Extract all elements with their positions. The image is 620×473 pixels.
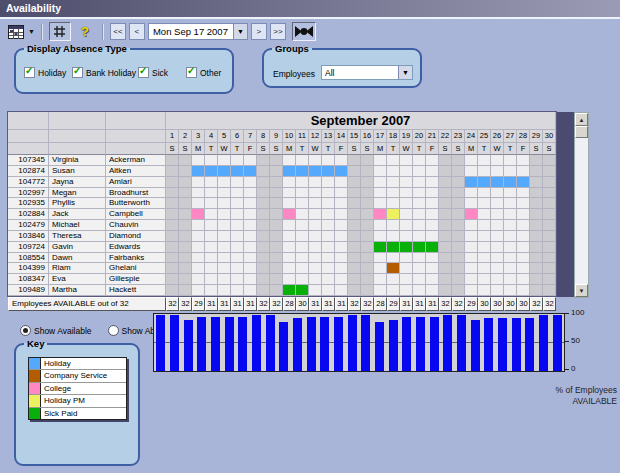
day-cell[interactable] <box>218 155 231 166</box>
employee-id-cell[interactable]: 108554 <box>8 253 49 264</box>
day-cell[interactable] <box>517 188 530 199</box>
day-cell[interactable] <box>413 155 426 166</box>
day-cell[interactable] <box>244 242 257 253</box>
day-cell[interactable] <box>374 285 387 296</box>
day-cell[interactable] <box>192 155 205 166</box>
day-cell[interactable] <box>400 274 413 285</box>
day-cell[interactable] <box>296 253 309 264</box>
day-cell[interactable] <box>426 155 439 166</box>
day-cell[interactable] <box>504 231 517 242</box>
employee-lastname-cell[interactable]: Gillespie <box>106 274 166 285</box>
day-cell[interactable] <box>478 242 491 253</box>
employee-id-cell[interactable]: 108347 <box>8 274 49 285</box>
employee-lastname-cell[interactable]: Amlari <box>106 177 166 188</box>
day-cell[interactable] <box>530 209 543 220</box>
day-cell[interactable] <box>465 166 478 177</box>
day-cell[interactable] <box>309 242 322 253</box>
day-cell[interactable] <box>348 166 361 177</box>
checkbox-bank-holiday[interactable]: ✓Bank Holiday <box>72 67 136 78</box>
absence-cell-college[interactable] <box>283 209 296 220</box>
day-cell[interactable] <box>205 263 218 274</box>
absence-cell-college[interactable] <box>465 209 478 220</box>
day-cell[interactable] <box>517 220 530 231</box>
day-cell[interactable] <box>309 285 322 296</box>
employee-firstname-cell[interactable]: Michael <box>49 220 106 231</box>
employee-id-cell[interactable]: 109724 <box>8 242 49 253</box>
day-cell[interactable] <box>309 253 322 264</box>
day-cell[interactable] <box>322 242 335 253</box>
absence-cell-holiday[interactable] <box>296 166 309 177</box>
day-cell[interactable] <box>517 253 530 264</box>
day-cell[interactable] <box>361 231 374 242</box>
day-cell[interactable] <box>465 242 478 253</box>
day-cell[interactable] <box>439 220 452 231</box>
day-cell[interactable] <box>257 166 270 177</box>
day-cell[interactable] <box>335 242 348 253</box>
day-cell[interactable] <box>283 220 296 231</box>
day-cell[interactable] <box>231 285 244 296</box>
day-cell[interactable] <box>465 253 478 264</box>
day-cell[interactable] <box>374 220 387 231</box>
employee-lastname-cell[interactable]: Hackett <box>106 285 166 296</box>
day-cell[interactable] <box>231 188 244 199</box>
nav-next-button[interactable]: > <box>251 23 267 40</box>
day-cell[interactable] <box>413 209 426 220</box>
day-cell[interactable] <box>478 274 491 285</box>
absence-cell-sick_paid[interactable] <box>400 242 413 253</box>
day-cell[interactable] <box>166 263 179 274</box>
day-cell[interactable] <box>322 263 335 274</box>
day-cell[interactable] <box>322 209 335 220</box>
day-cell[interactable] <box>218 253 231 264</box>
day-cell[interactable] <box>335 231 348 242</box>
day-cell[interactable] <box>205 188 218 199</box>
day-cell[interactable] <box>426 231 439 242</box>
day-cell[interactable] <box>179 166 192 177</box>
day-cell[interactable] <box>218 285 231 296</box>
day-cell[interactable] <box>192 177 205 188</box>
day-cell[interactable] <box>374 231 387 242</box>
day-cell[interactable] <box>543 220 556 231</box>
day-cell[interactable] <box>478 155 491 166</box>
day-cell[interactable] <box>244 177 257 188</box>
employee-lastname-cell[interactable]: Ghelani <box>106 263 166 274</box>
day-cell[interactable] <box>270 263 283 274</box>
day-cell[interactable] <box>257 155 270 166</box>
day-cell[interactable] <box>218 263 231 274</box>
view-grid-button[interactable] <box>5 22 27 41</box>
day-cell[interactable] <box>309 177 322 188</box>
day-cell[interactable] <box>530 198 543 209</box>
day-cell[interactable] <box>387 177 400 188</box>
absence-cell-holiday[interactable] <box>504 177 517 188</box>
day-cell[interactable] <box>361 274 374 285</box>
day-cell[interactable] <box>179 263 192 274</box>
absence-cell-sick_paid[interactable] <box>296 285 309 296</box>
vertical-scrollbar[interactable]: ▲ ▼ <box>574 112 589 298</box>
day-cell[interactable] <box>426 253 439 264</box>
employee-firstname-cell[interactable]: Phyllis <box>49 198 106 209</box>
day-cell[interactable] <box>348 188 361 199</box>
day-cell[interactable] <box>335 274 348 285</box>
employee-lastname-cell[interactable]: Diamond <box>106 231 166 242</box>
day-cell[interactable] <box>335 285 348 296</box>
employee-lastname-cell[interactable]: Chauvin <box>106 220 166 231</box>
day-cell[interactable] <box>309 198 322 209</box>
day-cell[interactable] <box>244 188 257 199</box>
day-cell[interactable] <box>205 198 218 209</box>
day-cell[interactable] <box>361 209 374 220</box>
day-cell[interactable] <box>361 263 374 274</box>
day-cell[interactable] <box>530 231 543 242</box>
day-cell[interactable] <box>192 263 205 274</box>
checkbox-box[interactable]: ✓ <box>24 67 35 78</box>
employee-firstname-cell[interactable]: Eva <box>49 274 106 285</box>
day-cell[interactable] <box>413 263 426 274</box>
day-cell[interactable] <box>257 285 270 296</box>
day-cell[interactable] <box>439 198 452 209</box>
day-cell[interactable] <box>348 220 361 231</box>
day-cell[interactable] <box>491 263 504 274</box>
day-cell[interactable] <box>452 231 465 242</box>
day-cell[interactable] <box>257 220 270 231</box>
day-cell[interactable] <box>218 177 231 188</box>
day-cell[interactable] <box>413 166 426 177</box>
nav-last-button[interactable]: >> <box>270 23 286 40</box>
day-cell[interactable] <box>166 209 179 220</box>
